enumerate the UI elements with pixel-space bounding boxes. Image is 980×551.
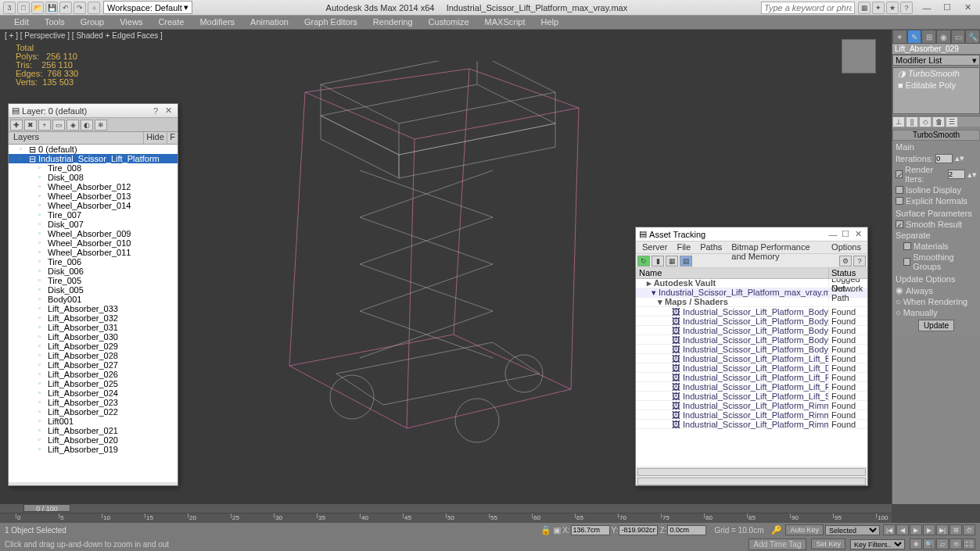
- close-icon[interactable]: ✕: [852, 229, 864, 240]
- layer-dialog[interactable]: ▤ Layer: 0 (default) ? ✕ ✚ ✖ + ▭ ◈ ◐ ❄ L…: [8, 103, 178, 486]
- smooth-checkbox[interactable]: [896, 220, 903, 228]
- menu-rendering[interactable]: Rendering: [365, 16, 421, 29]
- layer-item[interactable]: ▫Lift_Absorber_032: [9, 313, 178, 323]
- modifier-stack[interactable]: ◑ TurboSmooth ■ Editable Poly: [892, 67, 980, 114]
- lock-icon[interactable]: 🔒: [540, 525, 551, 535]
- play-icon[interactable]: ▶: [910, 524, 922, 535]
- asset-dialog-title[interactable]: ▤ Asset Tracking — ☐ ✕: [636, 227, 867, 242]
- pin-icon[interactable]: ⊥: [892, 116, 905, 127]
- layer-item[interactable]: ▫Disk_008: [9, 173, 178, 182]
- col-name[interactable]: Name: [636, 268, 828, 278]
- asset-menu-file[interactable]: File: [672, 242, 695, 253]
- asset-row[interactable]: 🖼 Industrial_Scissor_Lift_Platform_Body_…: [636, 307, 867, 317]
- tab-motion[interactable]: ◉: [936, 30, 951, 44]
- minimize-icon[interactable]: —: [827, 229, 839, 240]
- undo-icon[interactable]: ↶: [59, 2, 72, 14]
- layer-item[interactable]: ▫⊟ Industrial_Scissor_Lift_Platform: [9, 154, 178, 163]
- col-freeze[interactable]: F: [167, 132, 178, 144]
- key-mode-icon[interactable]: ⊞: [949, 524, 962, 535]
- layer-item[interactable]: ▫Lift_Absorber_023: [9, 398, 178, 407]
- menu-graph-editors[interactable]: Graph Editors: [296, 16, 365, 29]
- layer-item[interactable]: ▫Lift_Absorber_029: [9, 342, 178, 351]
- options-icon[interactable]: ⚙: [839, 256, 852, 267]
- unique-icon[interactable]: ◇: [919, 116, 932, 127]
- radio-rendering[interactable]: ○: [896, 297, 901, 306]
- layer-item[interactable]: ▫Lift_Absorber_033: [9, 304, 178, 313]
- asset-list[interactable]: ▸ Autodesk VaultLogged Out ..▾ Industria…: [636, 279, 867, 467]
- help-icon[interactable]: ?: [900, 2, 913, 14]
- highlight-icon[interactable]: ◈: [66, 120, 79, 131]
- asset-row[interactable]: 🖼 Industrial_Scissor_Lift_Platform_Body_…: [636, 335, 867, 345]
- favorite-icon[interactable]: ★: [886, 2, 899, 14]
- configure-icon[interactable]: ☰: [946, 116, 958, 127]
- menu-tools[interactable]: Tools: [37, 16, 73, 29]
- stack-item[interactable]: ◑ TurboSmooth: [893, 68, 979, 80]
- redo-icon[interactable]: ↷: [74, 2, 86, 14]
- layer-item[interactable]: ▫Disk_006: [9, 267, 178, 276]
- iterations-input[interactable]: [935, 154, 953, 163]
- object-name[interactable]: Lift_Absorber_029: [892, 44, 980, 55]
- layer-item[interactable]: ▫Wheel_Absorber_009: [9, 229, 178, 238]
- radio-always[interactable]: ◉: [896, 285, 903, 295]
- autokey-button[interactable]: Auto Key: [785, 524, 824, 535]
- layer-item[interactable]: ▫Wheel_Absorber_010: [9, 238, 178, 248]
- layer-item[interactable]: ▫Lift_Absorber_030: [9, 332, 178, 342]
- materials-checkbox[interactable]: [903, 242, 911, 250]
- maximize-button[interactable]: ☐: [938, 1, 957, 15]
- show-end-icon[interactable]: ||: [906, 116, 918, 127]
- asset-row[interactable]: 🖼 Industrial_Scissor_Lift_Platform_Lift_…: [636, 363, 867, 373]
- layer-item[interactable]: ▫Lift_Absorber_021: [9, 426, 178, 435]
- asset-menu-options[interactable]: Options: [827, 242, 866, 253]
- isoline-checkbox[interactable]: [896, 186, 903, 194]
- nav-zoom-icon[interactable]: 🔍: [923, 538, 935, 549]
- keyfilters-dropdown[interactable]: Key Filters...: [850, 539, 905, 549]
- layer-item[interactable]: ▫Wheel_Absorber_011: [9, 248, 178, 257]
- nav-pan-icon[interactable]: ✥: [910, 538, 922, 549]
- minimize-button[interactable]: —: [917, 1, 936, 15]
- layer-tree[interactable]: ▫⊟ 0 (default)▫⊟ Industrial_Scissor_Lift…: [9, 145, 178, 482]
- menu-customize[interactable]: Customize: [421, 16, 477, 29]
- table-icon[interactable]: ▤: [680, 256, 692, 267]
- asset-menu-server[interactable]: Server: [637, 242, 672, 253]
- freeze-icon[interactable]: ❄: [95, 120, 107, 131]
- explicit-checkbox[interactable]: [896, 197, 903, 205]
- nav-fov-icon[interactable]: ▱: [936, 538, 949, 549]
- setkey-button[interactable]: Set Key: [811, 538, 845, 549]
- asset-scrollbar-h[interactable]: [637, 468, 866, 476]
- close-button[interactable]: ✕: [958, 1, 977, 15]
- tab-create[interactable]: ✶: [892, 30, 907, 44]
- layer-dialog-title[interactable]: ▤ Layer: 0 (default) ? ✕: [9, 104, 178, 118]
- layer-item[interactable]: ▫Tire_007: [9, 210, 178, 220]
- layer-item[interactable]: ▫Lift_Absorber_028: [9, 351, 178, 360]
- help-icon[interactable]: ?: [149, 106, 162, 116]
- status-icon[interactable]: ▮: [652, 256, 664, 267]
- app-menu-icon[interactable]: 3: [3, 2, 16, 14]
- layer-item[interactable]: ▫⊟ 0 (default): [9, 145, 178, 154]
- goto-start-icon[interactable]: |◀: [883, 524, 896, 535]
- help-icon[interactable]: ?: [853, 256, 866, 267]
- time-slider-thumb[interactable]: 0 / 100: [23, 504, 70, 512]
- layer-item[interactable]: ▫Lift_Absorber_024: [9, 388, 178, 398]
- layer-item[interactable]: ▫Tire_005: [9, 276, 178, 285]
- tab-hierarchy[interactable]: ⊞: [921, 30, 936, 44]
- prev-frame-icon[interactable]: ◀: [896, 524, 909, 535]
- y-input[interactable]: [619, 525, 658, 535]
- asset-row[interactable]: 🖼 Industrial_Scissor_Lift_Platform_Lift_…: [636, 392, 867, 401]
- time-config-icon[interactable]: ⏱: [963, 524, 975, 535]
- time-slider-track[interactable]: 0 / 100: [0, 504, 892, 513]
- col-layers[interactable]: Layers: [9, 132, 143, 144]
- menu-maxscript[interactable]: MAXScript: [477, 16, 533, 29]
- tree-icon[interactable]: ▦: [666, 256, 678, 267]
- layer-item[interactable]: ▫Disk_005: [9, 285, 178, 295]
- menu-animation[interactable]: Animation: [242, 16, 296, 29]
- col-status[interactable]: Status: [828, 268, 867, 278]
- menu-views[interactable]: Views: [112, 16, 150, 29]
- menu-group[interactable]: Group: [73, 16, 113, 29]
- open-icon[interactable]: 📂: [31, 2, 44, 14]
- render-iters-checkbox[interactable]: [896, 170, 903, 178]
- select-obj-icon[interactable]: ▭: [52, 120, 65, 131]
- save-icon[interactable]: 💾: [45, 2, 58, 14]
- goto-end-icon[interactable]: ▶|: [936, 524, 949, 535]
- x-input[interactable]: [571, 525, 610, 535]
- layer-item[interactable]: ▫Wheel_Absorber_012: [9, 182, 178, 191]
